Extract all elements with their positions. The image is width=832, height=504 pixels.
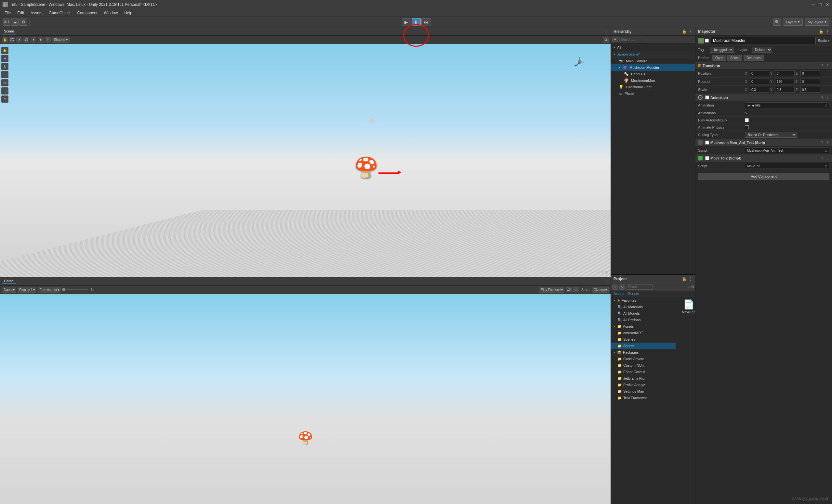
hand-tool[interactable]: ✋ <box>1 47 8 54</box>
script1-help[interactable]: ? <box>821 141 823 144</box>
animation-gear[interactable]: ⋮ <box>826 95 829 100</box>
prefab-overrides-btn[interactable]: Overrides <box>744 55 763 61</box>
scale-x[interactable] <box>750 87 769 92</box>
menu-help[interactable]: Help <box>121 10 136 16</box>
stats-layout-btn[interactable]: ⊞ <box>573 287 579 292</box>
transform-gear[interactable]: ⋮ <box>826 64 829 68</box>
collab-btn[interactable]: ⚙ <box>20 19 27 26</box>
hierarchy-mushroom-mon[interactable]: 🍄 MushroomMon <box>611 77 695 84</box>
scene-hidden-btn[interactable]: 👁 <box>38 37 44 43</box>
animation-help[interactable]: ? <box>821 95 823 100</box>
all-models-item[interactable]: 🔍 All Models <box>611 310 676 317</box>
layer-dropdown[interactable]: Default <box>752 47 772 53</box>
tag-dropdown[interactable]: Untagged <box>710 47 734 53</box>
scale-tool[interactable]: ⊞ <box>1 71 8 78</box>
prefab-select-btn[interactable]: Select <box>727 55 742 61</box>
game-more-btn[interactable]: ⋮ <box>605 280 609 283</box>
profile-analyzer-pkg[interactable]: 📁 Profile Analyz <box>611 382 676 388</box>
scene-2d-btn[interactable]: 2D <box>9 37 15 43</box>
scene-grid-btn[interactable]: # <box>45 37 51 43</box>
rot-z[interactable] <box>801 79 820 84</box>
pause-button[interactable]: ⏸ <box>412 18 421 26</box>
scene-shading-dropdown[interactable]: Shaded ▾ <box>52 37 70 43</box>
rotate-tool[interactable]: ↻ <box>1 63 8 70</box>
menu-window[interactable]: Window <box>101 10 121 16</box>
anim-physics-checkbox[interactable] <box>745 125 749 129</box>
cloud-btn[interactable]: ☁ <box>11 19 19 26</box>
display-dropdown[interactable]: Display 1 ▾ <box>18 287 36 292</box>
maximize-btn[interactable]: □ <box>819 2 822 7</box>
project-more-btn[interactable]: ⋮ <box>688 277 693 281</box>
transform-section-header[interactable]: ⊞ Transform ? ⋮ <box>696 62 832 69</box>
object-active-checkbox[interactable]: ✓ <box>705 39 709 43</box>
all-materials-item[interactable]: 🔍 All Materials <box>611 304 676 310</box>
animation-section-header[interactable]: ✓ ✓ Animation ? ⋮ <box>696 94 832 101</box>
static-toggle[interactable]: Static ▾ <box>818 39 829 43</box>
close-btn[interactable]: ✕ <box>826 2 829 7</box>
object-name-field[interactable] <box>711 37 816 44</box>
scale-y[interactable] <box>775 87 795 92</box>
scale-z[interactable] <box>801 87 820 92</box>
hierarchy-more-btn[interactable]: ⋮ <box>688 29 693 34</box>
script1-section-header[interactable]: ✓ Mushroom Mon_Ani_Test (Scrip ? ⋮ <box>696 139 832 146</box>
play-button[interactable]: ▶ <box>402 18 411 26</box>
script1-active-checkbox[interactable]: ✓ <box>705 141 709 144</box>
custom-nunit-pkg[interactable]: 📁 Custom NUni <box>611 362 676 369</box>
scene-tab[interactable]: Scene <box>2 29 16 34</box>
project-lock-btn[interactable]: 🔒 <box>682 277 687 281</box>
hierarchy-search[interactable] <box>619 37 645 42</box>
custom-tool[interactable]: ⊕ <box>1 95 8 103</box>
favorites-folder[interactable]: ▾ ★ Favorites <box>611 297 676 304</box>
pos-z[interactable] <box>801 71 820 76</box>
pos-y[interactable] <box>775 71 795 76</box>
script2-active-checkbox[interactable]: ✓ <box>705 156 709 160</box>
script2-section-header[interactable]: ✓ Move To Z (Script) ? ⋮ <box>696 155 832 162</box>
anim-dots[interactable]: ⊙ <box>825 104 827 107</box>
hierarchy-all-item[interactable]: ▾ All <box>611 44 695 51</box>
transform-help[interactable]: ? <box>821 64 823 67</box>
script1-dots[interactable]: ⊙ <box>825 149 827 152</box>
scene-light-btn[interactable]: ☀ <box>16 37 22 43</box>
layout-dropdown[interactable]: MyLayout ▾ <box>805 19 829 26</box>
step-button[interactable]: ⏭ <box>421 18 431 26</box>
assets-folder[interactable]: ▾ 📁 Assets <box>611 323 676 330</box>
search-btn[interactable]: 🔍 <box>773 19 781 26</box>
move-tool[interactable]: ✛ <box>1 55 8 62</box>
static-arrow[interactable]: ▾ <box>828 39 829 43</box>
code-coverage-pkg[interactable]: 📁 Code Covera <box>611 356 676 362</box>
game-tab-label2[interactable]: Game ▾ <box>2 287 16 292</box>
account-btn[interactable]: XH <box>3 19 10 26</box>
project-search[interactable] <box>626 284 652 290</box>
packages-folder[interactable]: ▾ 📦 Packages <box>611 349 676 356</box>
menu-gameobject[interactable]: GameObject <box>46 10 74 16</box>
animation-active-checkbox[interactable]: ✓ <box>705 95 709 100</box>
rot-x[interactable] <box>750 79 769 84</box>
scene-audio-btn[interactable]: 🔊 <box>23 37 29 43</box>
menu-edit[interactable]: Edit <box>14 10 27 16</box>
culling-dropdown[interactable]: Based On Renderers <box>745 132 797 138</box>
script2-dots[interactable]: ⊙ <box>825 164 827 168</box>
game-tab[interactable]: Game <box>2 278 16 284</box>
inspector-lock-btn[interactable]: 🔒 <box>819 29 824 34</box>
scale-slider[interactable] <box>62 289 88 290</box>
mute-btn[interactable]: 🔊 <box>566 287 572 292</box>
menu-file[interactable]: File <box>1 10 14 16</box>
prefab-open-btn[interactable]: Open <box>712 55 726 61</box>
hierarchy-mushroom-monster[interactable]: ▾ 👾 MushroomMonster <box>611 64 695 71</box>
inspector-more-btn[interactable]: ⋮ <box>826 29 829 34</box>
project-add-btn[interactable]: + <box>612 284 618 290</box>
scene-more-btn[interactable]: ⋮ <box>605 30 609 33</box>
breadcrumb-scripts[interactable]: Scripts <box>628 291 639 296</box>
sample-scene-label[interactable]: SampleScene* <box>617 52 640 56</box>
script2-help[interactable]: ? <box>821 156 823 160</box>
amused-art-folder[interactable]: 📁 amusedART <box>611 330 676 336</box>
minimize-btn[interactable]: ─ <box>812 2 815 7</box>
hierarchy-add-btn[interactable]: + <box>612 37 618 42</box>
hierarchy-directional-light[interactable]: 💡 Directional Light <box>611 84 695 90</box>
test-framework-pkg[interactable]: 📁 Test Framewor <box>611 395 676 401</box>
menu-component[interactable]: Component <box>74 10 101 16</box>
jetbrains-pkg[interactable]: 📁 JetBrains Rid <box>611 375 676 382</box>
layers-dropdown[interactable]: Layers ▾ <box>783 19 803 26</box>
rect-tool[interactable]: ▭ <box>1 79 8 86</box>
hierarchy-bone001[interactable]: 🦴 Bone001 <box>611 71 695 77</box>
